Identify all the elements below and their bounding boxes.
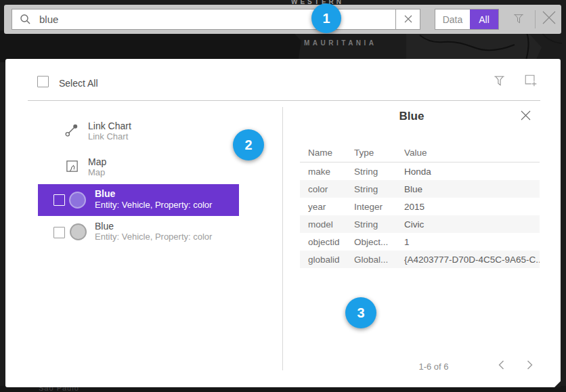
cell-value: 2015 xyxy=(396,202,540,212)
list-item-title: Blue xyxy=(95,188,115,199)
funnel-icon xyxy=(493,74,506,89)
cell-value: Honda xyxy=(396,167,540,177)
close-search-button[interactable] xyxy=(539,9,559,29)
cell-value: {A4203777-D70D-4C5C-9A65-C... xyxy=(396,255,540,265)
cell-name: color xyxy=(300,184,346,194)
callout-badge-2: 2 xyxy=(233,129,264,160)
table-row: globalid Global... {A4203777-D70D-4C5C-9… xyxy=(300,251,540,268)
list-item-subtitle: Link Chart xyxy=(88,131,131,141)
list-item-title: Map xyxy=(88,156,106,167)
app-window: WESTERN MAURITANIA São Paulo blue Data A… xyxy=(0,0,566,392)
clear-search-button[interactable] xyxy=(395,9,420,29)
resize-grip-icon[interactable] xyxy=(554,381,561,387)
panel-divider xyxy=(28,100,540,101)
close-icon xyxy=(542,10,557,28)
search-results-panel: Select All Link Chart Link Chart Map Map xyxy=(5,59,561,387)
chevron-right-icon xyxy=(527,360,533,372)
close-icon xyxy=(521,110,531,123)
add-selection-icon xyxy=(523,72,538,90)
cell-value: 1 xyxy=(396,237,540,247)
detail-close-button[interactable] xyxy=(518,109,533,124)
table-row: objectid Object... 1 xyxy=(300,233,540,251)
funnel-icon xyxy=(513,12,525,27)
link-chart-icon xyxy=(64,122,80,138)
table-row: color String Blue xyxy=(300,180,540,198)
item-checkbox[interactable] xyxy=(53,227,65,238)
cell-type: String xyxy=(346,184,396,194)
list-item-subtitle: Entity: Vehicle, Property: color xyxy=(95,200,212,210)
attribute-table: Name Type Value make String Honda color … xyxy=(300,143,540,268)
callout-3-label: 3 xyxy=(357,305,364,321)
map-icon xyxy=(64,158,80,174)
list-item-map[interactable]: Map Map xyxy=(88,156,106,177)
callout-1-label: 1 xyxy=(322,11,330,26)
pagination-status: 1-6 of 6 xyxy=(398,362,469,372)
cell-name: year xyxy=(300,202,346,212)
select-all-label: Select All xyxy=(59,78,98,89)
list-item-subtitle: Map xyxy=(88,167,106,177)
cell-type: String xyxy=(346,219,396,230)
item-checkbox[interactable] xyxy=(53,194,65,206)
add-to-selection-button[interactable] xyxy=(520,71,540,91)
cell-type: Integer xyxy=(346,202,396,212)
clear-icon xyxy=(404,14,412,26)
pagination-next-button[interactable] xyxy=(521,358,538,374)
search-icon xyxy=(20,14,31,25)
callout-2-label: 2 xyxy=(244,137,252,153)
table-row: make String Honda xyxy=(300,162,540,180)
column-header-type: Type xyxy=(346,148,396,158)
list-item-title: Blue xyxy=(95,221,212,232)
filter-button[interactable] xyxy=(509,10,528,29)
list-item-blue-selected[interactable]: Blue Entity: Vehicle, Property: color xyxy=(38,184,239,216)
cell-value: Civic xyxy=(396,219,540,230)
column-header-name: Name xyxy=(300,148,346,158)
list-item-link-chart[interactable]: Link Chart Link Chart xyxy=(88,121,131,141)
cell-name: objectid xyxy=(300,237,346,247)
column-header-value: Value xyxy=(396,148,540,158)
cell-value: Blue xyxy=(396,184,540,194)
cell-type: String xyxy=(346,167,396,177)
entity-circle-icon xyxy=(69,192,86,209)
list-item-title: Link Chart xyxy=(88,121,131,131)
search-input[interactable]: blue xyxy=(12,9,420,30)
cell-name: model xyxy=(300,219,346,230)
cell-name: globalid xyxy=(300,255,346,265)
toggle-option-data[interactable]: Data xyxy=(435,9,470,29)
cell-name: make xyxy=(300,167,346,177)
entity-circle-icon xyxy=(70,223,87,240)
toolbar-divider xyxy=(535,10,536,28)
search-query-text: blue xyxy=(39,14,395,25)
toggle-option-all[interactable]: All xyxy=(470,9,498,29)
list-item-subtitle: Entity: Vehicle, Property: color xyxy=(95,232,212,242)
select-all-checkbox[interactable] xyxy=(37,76,49,87)
table-row: year Integer 2015 xyxy=(300,198,540,215)
table-row: model String Civic xyxy=(300,215,540,233)
detail-divider xyxy=(282,107,283,370)
callout-badge-1: 1 xyxy=(311,3,341,33)
results-filter-button[interactable] xyxy=(489,71,509,91)
cell-type: Global... xyxy=(346,255,396,265)
detail-title: Blue xyxy=(300,110,523,123)
chevron-left-icon xyxy=(498,360,504,372)
cell-type: Object... xyxy=(346,237,396,247)
callout-badge-3: 3 xyxy=(345,297,376,328)
pagination-prev-button[interactable] xyxy=(493,358,509,374)
search-bar: blue Data All xyxy=(4,5,561,34)
list-item-blue[interactable]: Blue Entity: Vehicle, Property: color xyxy=(95,221,212,242)
search-scope-toggle: Data All xyxy=(435,9,499,30)
attribute-table-header: Name Type Value xyxy=(300,143,540,162)
map-label-mauritania: MAURITANIA xyxy=(304,39,377,47)
